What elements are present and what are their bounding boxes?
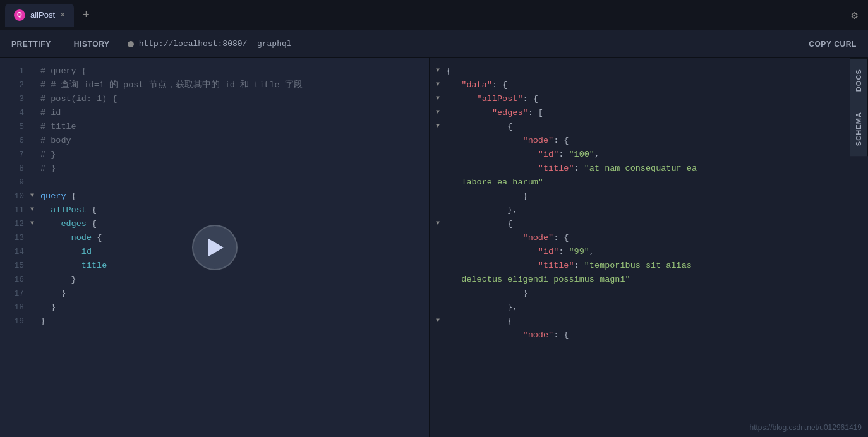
main-area: 1 # query { 2 # # 查询 id=1 的 post 节点，获取其中… — [0, 58, 868, 437]
url-status-dot — [128, 41, 134, 47]
tab-title: allPost — [30, 10, 55, 20]
resp-line-4: ▼ "edges": [ — [430, 106, 868, 120]
resp-line-9: } — [430, 189, 868, 203]
resp-line-12: "node": { — [430, 231, 868, 245]
schema-tab[interactable]: SCHEMA — [850, 102, 868, 156]
resp-line-17: ▼ { — [430, 314, 868, 328]
tab-bar: Q allPost × + ⚙ — [0, 0, 868, 30]
prettify-button[interactable]: PRETTIFY — [0, 30, 63, 58]
line-19: 19 } — [0, 314, 429, 328]
response-panel: ▼ { ▼ "data": { ▼ "allPost": { ▼ "edges"… — [430, 58, 868, 437]
line-8: 8 # } — [0, 162, 429, 176]
line-1: 1 # query { — [0, 64, 429, 78]
resp-line-18: "node": { — [430, 328, 868, 342]
resp-line-13: "id": "99", — [430, 245, 868, 259]
copy-curl-button[interactable]: COPY CURL — [797, 30, 868, 58]
editor-panel[interactable]: 1 # query { 2 # # 查询 id=1 的 post 节点，获取其中… — [0, 58, 430, 437]
line-3: 3 # post(id: 1) { — [0, 92, 429, 106]
side-tabs: DOCS SCHEMA — [850, 58, 868, 437]
toolbar: PRETTIFY HISTORY http://localhost:8080/_… — [0, 30, 868, 58]
response-viewer: ▼ { ▼ "data": { ▼ "allPost": { ▼ "edges"… — [430, 58, 868, 349]
history-button[interactable]: HISTORY — [63, 30, 121, 58]
resp-line-3: ▼ "allPost": { — [430, 92, 868, 106]
resp-line-6: "node": { — [430, 134, 868, 148]
line-17: 17 } — [0, 287, 429, 301]
resp-line-1: ▼ { — [430, 64, 868, 78]
tab-close-button[interactable]: × — [60, 11, 65, 20]
play-icon — [208, 239, 224, 256]
line-4: 4 # id — [0, 106, 429, 120]
line-18: 18 } — [0, 301, 429, 314]
line-16: 16 } — [0, 273, 429, 287]
line-5: 5 # title — [0, 120, 429, 134]
docs-tab[interactable]: DOCS — [850, 58, 868, 102]
resp-line-11: ▼ { — [430, 217, 868, 231]
resp-line-10: }, — [430, 203, 868, 217]
new-tab-button[interactable]: + — [76, 6, 95, 25]
resp-line-16: }, — [430, 301, 868, 314]
line-7: 7 # } — [0, 148, 429, 162]
execute-query-button[interactable] — [192, 225, 238, 270]
line-6: 6 # body — [0, 134, 429, 148]
resp-line-2: ▼ "data": { — [430, 78, 868, 92]
line-2: 2 # # 查询 id=1 的 post 节点，获取其中的 id 和 title… — [0, 78, 429, 92]
settings-icon[interactable]: ⚙ — [846, 3, 863, 27]
line-10: 10 ▼ query { — [0, 189, 429, 203]
resp-line-14: "title": "temporibus sit alias — [430, 259, 868, 273]
line-11: 11 ▼ allPost { — [0, 203, 429, 217]
url-text[interactable]: http://localhost:8080/__graphql — [139, 39, 292, 49]
resp-line-14b: delectus eligendi possimus magni" — [430, 273, 868, 287]
resp-line-15: } — [430, 287, 868, 301]
resp-line-5: ▼ { — [430, 120, 868, 134]
code-editor: 1 # query { 2 # # 查询 id=1 的 post 节点，获取其中… — [0, 58, 429, 335]
tab-allpost[interactable]: Q allPost × — [5, 4, 74, 27]
resp-line-8b: labore ea harum" — [430, 176, 868, 189]
resp-line-7: "id": "100", — [430, 148, 868, 162]
graphql-logo: Q — [14, 9, 25, 21]
watermark: https://blog.csdn.net/u012961419 — [750, 423, 862, 432]
url-bar: http://localhost:8080/__graphql — [121, 39, 797, 49]
resp-line-8: "title": "at nam consequatur ea — [430, 162, 868, 176]
line-9: 9 — [0, 176, 429, 189]
